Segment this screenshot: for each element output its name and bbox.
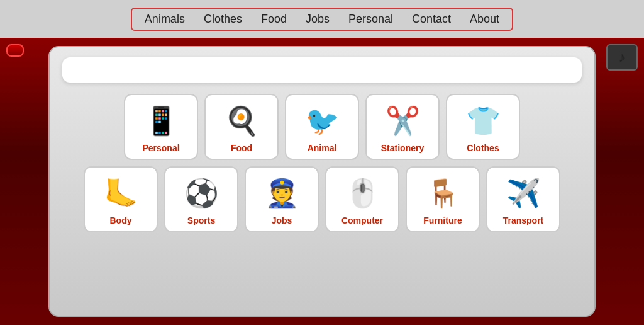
category-card-body[interactable]: 🦶Body (84, 166, 158, 232)
category-label-jobs: Jobs (272, 215, 292, 225)
category-icon-animal: 🐦 (305, 101, 340, 140)
nav-box: AnimalsClothesFoodJobsPersonalContactAbo… (131, 8, 513, 31)
logo (6, 44, 24, 57)
category-label-transport: Transport (503, 215, 544, 225)
music-button[interactable]: ♪ (606, 44, 638, 71)
nav-item-jobs[interactable]: Jobs (306, 13, 330, 26)
nav-item-contact[interactable]: Contact (412, 13, 451, 26)
category-card-sports[interactable]: ⚽Sports (164, 166, 238, 232)
category-icon-stationery: ✂️ (386, 101, 420, 140)
nav-item-about[interactable]: About (470, 13, 499, 26)
category-label-stationery: Stationery (381, 143, 424, 153)
category-icon-jobs: 👮 (265, 174, 299, 213)
nav-item-clothes[interactable]: Clothes (204, 13, 242, 26)
category-icon-body: 🦶 (104, 174, 138, 213)
category-label-animal: Animal (308, 143, 337, 153)
category-row-2: 🦶Body⚽Sports👮Jobs🖱️Computer🪑Furniture✈️T… (84, 166, 560, 232)
category-label-computer: Computer (341, 215, 383, 225)
nav-item-food[interactable]: Food (261, 13, 287, 26)
category-label-personal: Personal (142, 143, 179, 153)
title-box (62, 57, 582, 83)
category-label-sports: Sports (187, 215, 215, 225)
category-icon-furniture: 🪑 (426, 174, 460, 213)
main-area: ♪ 📱Personal🍳Food🐦Animal✂️Stationery👕Clot… (0, 38, 644, 325)
category-icon-personal: 📱 (144, 101, 179, 140)
category-label-food: Food (231, 143, 252, 153)
category-icon-sports: ⚽ (184, 174, 219, 213)
category-card-computer[interactable]: 🖱️Computer (325, 166, 399, 232)
category-label-body: Body (110, 215, 132, 225)
category-label-clothes: Clothes (467, 143, 499, 153)
category-card-personal[interactable]: 📱Personal (124, 94, 198, 160)
category-card-transport[interactable]: ✈️Transport (486, 166, 560, 232)
categories-grid: 📱Personal🍳Food🐦Animal✂️Stationery👕Clothe… (62, 94, 582, 232)
category-card-animal[interactable]: 🐦Animal (285, 94, 359, 160)
category-icon-food: 🍳 (225, 101, 259, 140)
category-card-food[interactable]: 🍳Food (204, 94, 279, 160)
category-row-1: 📱Personal🍳Food🐦Animal✂️Stationery👕Clothe… (124, 94, 520, 160)
category-card-clothes[interactable]: 👕Clothes (446, 94, 520, 160)
music-icon: ♪ (619, 49, 626, 66)
category-card-furniture[interactable]: 🪑Furniture (406, 166, 480, 232)
category-icon-transport: ✈️ (506, 174, 541, 213)
category-card-jobs[interactable]: 👮Jobs (245, 166, 319, 232)
nav-item-animals[interactable]: Animals (145, 13, 185, 26)
category-label-furniture: Furniture (423, 215, 462, 225)
category-icon-clothes: 👕 (466, 101, 501, 140)
category-icon-computer: 🖱️ (345, 174, 380, 213)
top-navigation: AnimalsClothesFoodJobsPersonalContactAbo… (0, 0, 644, 38)
category-card-stationery[interactable]: ✂️Stationery (365, 94, 440, 160)
nav-item-personal[interactable]: Personal (348, 13, 393, 26)
content-panel: 📱Personal🍳Food🐦Animal✂️Stationery👕Clothe… (48, 46, 596, 317)
